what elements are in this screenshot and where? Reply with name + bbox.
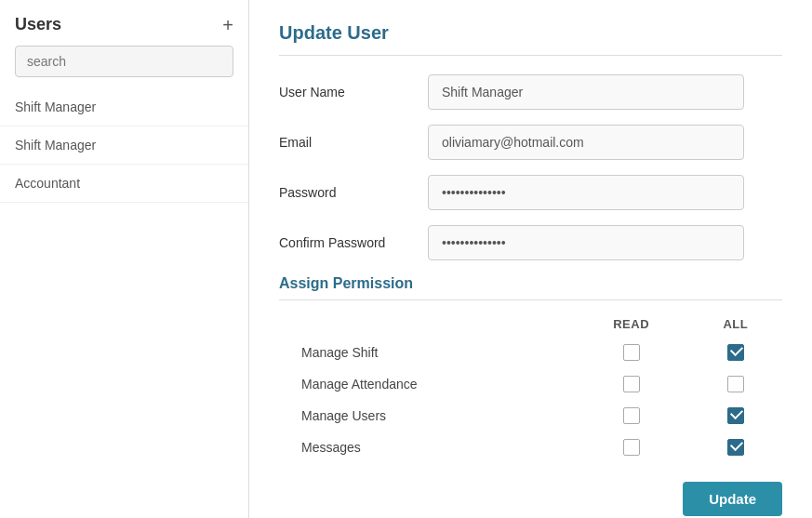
list-item[interactable]: Accountant (0, 165, 248, 203)
confirm-password-label: Confirm Password (279, 235, 428, 250)
table-row: Messages (279, 432, 782, 463)
user-list: Shift Manager Shift Manager Accountant (0, 88, 248, 518)
page-title: Update User (279, 22, 782, 56)
permission-all-cell (689, 432, 782, 463)
permission-all-col: ALL (689, 312, 782, 337)
permission-title: Assign Permission (279, 275, 782, 300)
password-row: Password (279, 175, 782, 210)
confirm-password-row: Confirm Password (279, 225, 782, 260)
messages-read-checkbox[interactable] (623, 439, 640, 456)
manage-shift-all-checkbox[interactable] (727, 344, 744, 361)
permission-read-cell (574, 432, 689, 463)
permission-table: READ ALL Manage Shift Manage Att (279, 312, 782, 463)
manage-users-all-checkbox[interactable] (727, 407, 744, 424)
permission-read-cell (574, 337, 689, 368)
sidebar: Users + Shift Manager Shift Manager Acco… (0, 0, 249, 518)
permission-row-label: Messages (279, 432, 574, 463)
list-item[interactable]: Shift Manager (0, 88, 248, 126)
confirm-password-field[interactable] (428, 225, 744, 260)
messages-all-checkbox[interactable] (727, 439, 744, 456)
sidebar-header: Users + (0, 0, 248, 42)
username-field[interactable] (428, 74, 744, 110)
permission-read-col: READ (574, 312, 689, 337)
search-wrap (0, 42, 248, 88)
email-field[interactable] (428, 125, 744, 160)
permission-all-cell (689, 400, 782, 432)
table-row: Manage Shift (279, 337, 782, 368)
permission-name-col (279, 312, 574, 337)
update-button[interactable]: Update (683, 482, 782, 516)
permission-row-label: Manage Users (279, 400, 574, 432)
manage-shift-read-checkbox[interactable] (623, 344, 640, 361)
main-content: Update User User Name Email Password Con… (249, 0, 812, 518)
manage-attendance-all-checkbox[interactable] (727, 376, 744, 392)
permission-all-cell (689, 368, 782, 400)
sidebar-title: Users (15, 15, 61, 34)
permission-row-label: Manage Attendance (279, 368, 574, 400)
permission-read-cell (574, 368, 689, 400)
permission-section: Assign Permission READ ALL Manage Shift (279, 275, 782, 516)
password-label: Password (279, 185, 428, 200)
email-row: Email (279, 125, 782, 160)
table-row: Manage Attendance (279, 368, 782, 400)
password-field[interactable] (428, 175, 744, 210)
manage-users-read-checkbox[interactable] (623, 407, 640, 424)
email-label: Email (279, 135, 428, 150)
add-user-button[interactable]: + (222, 16, 233, 34)
list-item[interactable]: Shift Manager (0, 126, 248, 165)
permission-row-label: Manage Shift (279, 337, 574, 368)
table-row: Manage Users (279, 400, 782, 432)
manage-attendance-read-checkbox[interactable] (623, 376, 640, 392)
search-input[interactable] (15, 46, 233, 77)
permission-all-cell (689, 337, 782, 368)
update-btn-wrap: Update (279, 482, 782, 516)
username-label: User Name (279, 85, 428, 100)
username-row: User Name (279, 74, 782, 110)
permission-read-cell (574, 400, 689, 432)
